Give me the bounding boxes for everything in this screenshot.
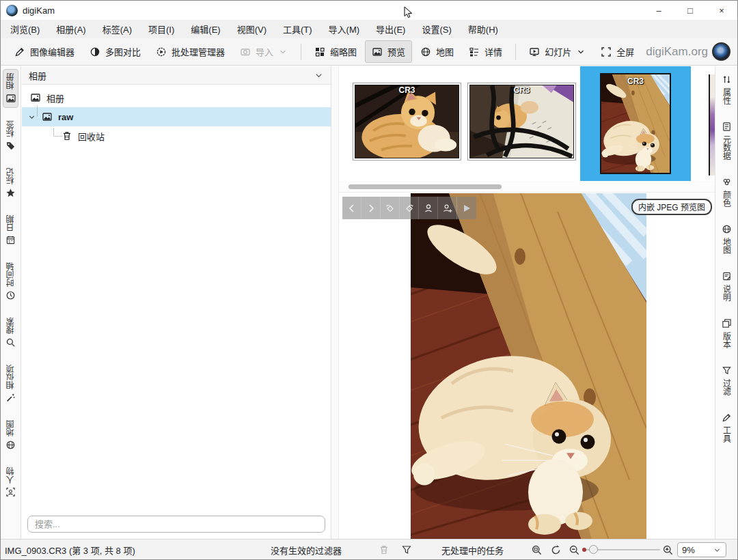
menu-album[interactable]: 相册(A) bbox=[48, 19, 94, 39]
sidebar-tab-versions[interactable]: 版本 bbox=[719, 314, 735, 352]
sidebar-tab-similarity[interactable]: 相似项 bbox=[3, 361, 18, 407]
tab-timeline-label: 时间轴 bbox=[5, 262, 16, 287]
thumbnail-1[interactable]: CR3 bbox=[353, 83, 461, 160]
preview-view-button[interactable]: 预览 bbox=[365, 40, 412, 63]
digikam-window: digiKam – □ × 浏览(B) 相册(A) 标签(A) 项目(I) 编辑… bbox=[0, 0, 738, 560]
filters-funnel-icon[interactable] bbox=[401, 540, 412, 560]
menu-export[interactable]: 导出(E) bbox=[368, 19, 413, 39]
menu-edit[interactable]: 编辑(E) bbox=[182, 19, 228, 39]
next-image-button[interactable] bbox=[361, 197, 381, 219]
sidebar-tab-metadata[interactable]: 元数据 bbox=[719, 117, 735, 164]
rotate-left-button[interactable] bbox=[381, 197, 400, 219]
expander-chevron-icon[interactable] bbox=[27, 113, 36, 122]
tree-item-trash[interactable]: 回收站 bbox=[22, 126, 331, 145]
toolbar-separator bbox=[515, 44, 516, 60]
content-area: 相册 标签 标记 日期 时间轴 搜索 bbox=[1, 66, 737, 539]
fullscreen-button[interactable]: 全屏 bbox=[594, 40, 641, 63]
sidebar-tab-dates[interactable]: 日期 bbox=[3, 211, 18, 249]
image-editor-button[interactable]: 图像编辑器 bbox=[8, 40, 81, 63]
face-icon bbox=[5, 487, 16, 497]
tab-labels-label: 标记 bbox=[5, 168, 16, 184]
zoom-in-button[interactable] bbox=[662, 540, 674, 560]
slideshow-button[interactable]: 幻灯片 bbox=[522, 40, 592, 63]
sidebar-tab-tools[interactable]: 工具 bbox=[719, 408, 735, 447]
fullscreen-icon bbox=[601, 46, 612, 57]
batch-queue-label: 批处理管理器 bbox=[172, 45, 225, 58]
panel-splitter[interactable] bbox=[331, 66, 339, 539]
thumbnail-2[interactable]: CR3 bbox=[467, 83, 576, 160]
thumbnail-3-selected[interactable]: CR3 bbox=[580, 66, 691, 181]
maximize-button[interactable]: □ bbox=[674, 1, 706, 20]
zoom-fit-button[interactable] bbox=[531, 540, 543, 560]
sidebar-tab-colors[interactable]: 颜色 bbox=[719, 173, 735, 211]
zoom-slider-marker bbox=[582, 548, 586, 552]
zoom-out-button[interactable] bbox=[569, 540, 580, 560]
menu-settings[interactable]: 设置(S) bbox=[413, 19, 459, 39]
previous-image-button[interactable] bbox=[342, 197, 361, 219]
batch-queue-button[interactable]: 批处理管理器 bbox=[149, 40, 232, 63]
sidebar-tab-tags[interactable]: 标签 bbox=[3, 117, 18, 155]
tab-dates-label: 日期 bbox=[5, 215, 16, 232]
zoom-percent-combobox[interactable]: 9% bbox=[677, 542, 726, 557]
sidebar-tab-filters[interactable]: 过滤 bbox=[719, 361, 735, 400]
preview-photo-cat[interactable] bbox=[411, 193, 646, 539]
sidebar-tab-labels[interactable]: 标记 bbox=[3, 164, 18, 202]
table-label: 详情 bbox=[484, 45, 502, 58]
tab-properties-label: 属性 bbox=[721, 88, 733, 104]
zoom-slider-handle[interactable] bbox=[589, 545, 598, 554]
tab-captions-label: 说明 bbox=[721, 285, 733, 301]
trash-icon[interactable] bbox=[379, 540, 390, 560]
minimize-button[interactable]: – bbox=[643, 1, 674, 20]
chevron-down-icon bbox=[713, 546, 722, 555]
menu-tag[interactable]: 标签(A) bbox=[94, 19, 140, 39]
pencil-icon bbox=[722, 412, 732, 423]
thumbnail-scrollbar[interactable] bbox=[339, 181, 715, 193]
show-face-tags-button[interactable] bbox=[419, 197, 438, 219]
menu-import[interactable]: 导入(M) bbox=[320, 19, 368, 39]
map-view-button[interactable]: 地图 bbox=[413, 40, 461, 63]
thumbnail-4-partial[interactable] bbox=[709, 74, 715, 176]
menu-view[interactable]: 视图(V) bbox=[229, 19, 275, 39]
right-sidebar-tabbar: 属性 元数据 颜色 地图 说明 版本 bbox=[715, 66, 737, 539]
play-slideshow-button[interactable] bbox=[457, 197, 476, 219]
close-button[interactable]: × bbox=[706, 1, 737, 20]
tree-item-raw[interactable]: raw bbox=[22, 107, 331, 126]
tag-icon bbox=[5, 141, 16, 151]
task-status-text: 无处理中的任务 bbox=[441, 540, 504, 560]
rotate-right-button[interactable] bbox=[400, 197, 419, 219]
play-icon bbox=[461, 203, 472, 214]
menu-help[interactable]: 帮助(H) bbox=[460, 19, 506, 39]
clock-icon bbox=[5, 290, 16, 300]
sidebar-tab-map[interactable]: 地图 bbox=[3, 416, 18, 454]
digikam-org-link[interactable]: digiKam.org bbox=[646, 42, 730, 61]
sidebar-tab-properties[interactable]: 属性 bbox=[719, 70, 735, 109]
preview-image-icon bbox=[372, 46, 383, 57]
menu-tools[interactable]: 工具(T) bbox=[275, 19, 320, 39]
preview-pane[interactable]: 内嵌 JPEG 预览图 bbox=[339, 193, 715, 539]
light-table-icon bbox=[90, 46, 100, 57]
metadata-icon bbox=[722, 122, 732, 132]
menu-browse[interactable]: 浏览(B) bbox=[2, 19, 48, 39]
light-table-button[interactable]: 多图对比 bbox=[83, 40, 148, 63]
sidebar-tab-search[interactable]: 搜索 bbox=[3, 313, 18, 352]
zoom-refresh-button[interactable] bbox=[550, 540, 562, 560]
sidebar-tab-captions[interactable]: 说明 bbox=[719, 267, 735, 305]
album-search-input[interactable] bbox=[27, 516, 325, 533]
tree-item-albums-root[interactable]: 相册 bbox=[22, 88, 331, 107]
scrollbar-thumb[interactable] bbox=[348, 184, 502, 189]
menu-item[interactable]: 项目(I) bbox=[140, 19, 182, 39]
sidebar-tab-timeline[interactable]: 时间轴 bbox=[3, 258, 18, 305]
map-label: 地图 bbox=[436, 45, 454, 58]
import-button[interactable]: 导入 bbox=[233, 40, 295, 63]
search-icon bbox=[5, 337, 16, 348]
table-view-button[interactable]: 详情 bbox=[462, 40, 509, 63]
zoom-slider[interactable] bbox=[584, 549, 660, 550]
thumbnails-view-button[interactable]: 缩略图 bbox=[308, 40, 364, 63]
add-face-tag-button[interactable] bbox=[438, 197, 457, 219]
sidebar-tab-people[interactable]: 人物 bbox=[3, 463, 18, 501]
sidebar-tab-albums[interactable]: 相册 bbox=[3, 69, 18, 108]
sidebar-tab-map-right[interactable]: 地图 bbox=[719, 220, 735, 258]
person-add-icon bbox=[442, 203, 453, 214]
albums-panel-header[interactable]: 相册 bbox=[22, 66, 331, 85]
thumbnails-label: 缩略图 bbox=[330, 45, 357, 58]
